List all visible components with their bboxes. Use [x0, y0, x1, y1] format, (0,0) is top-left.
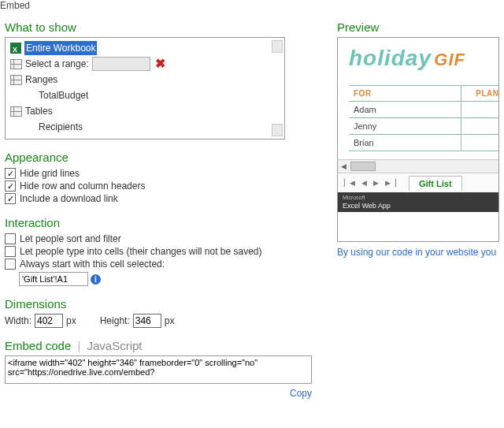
- table-row: Adam 30: [349, 102, 498, 118]
- sheet-nav-last-icon[interactable]: ▶▕: [385, 179, 396, 187]
- preview-table: FOR PLANNED % OF Adam 30 Jenny 30 Brian …: [349, 85, 498, 151]
- dialog-title: Embed: [0, 0, 504, 11]
- checkbox-icon[interactable]: [5, 246, 16, 257]
- tree-range-item[interactable]: TotalBudget: [37, 87, 281, 103]
- sheet-tab-gift-list[interactable]: Gift List: [409, 176, 462, 191]
- section-embed-code: Embed code | JavaScript: [5, 339, 320, 352]
- section-dimensions: Dimensions: [5, 297, 320, 311]
- section-appearance: Appearance: [5, 151, 320, 164]
- tree-table-item[interactable]: Recipients: [37, 119, 281, 135]
- checkbox-icon[interactable]: [5, 259, 16, 270]
- scrollbar-thumb[interactable]: [272, 124, 283, 136]
- tree-label: Tables: [25, 104, 53, 118]
- ranges-icon: [10, 75, 22, 85]
- tree-label: Gifts: [39, 136, 58, 140]
- info-icon[interactable]: i: [91, 274, 101, 285]
- scrollbar-thumb[interactable]: [272, 40, 283, 53]
- unit-label: px: [66, 315, 76, 326]
- unit-label: px: [165, 315, 175, 326]
- checkbox-hide-headers[interactable]: Hide row and column headers: [5, 180, 320, 192]
- tree-label: TotalBudget: [39, 88, 88, 102]
- checkbox-start-cell[interactable]: Always start with this cell selected:: [5, 258, 320, 270]
- clear-range-icon[interactable]: ✖: [155, 58, 165, 69]
- checkbox-hide-grid[interactable]: Hide grid lines: [5, 167, 320, 180]
- checkbox-download-link[interactable]: Include a download link: [5, 192, 320, 205]
- preview-brand-bar: Microsoft Excel Web App: [338, 192, 498, 212]
- checkbox-icon[interactable]: [5, 233, 16, 244]
- tree-label: Entire Workbook: [24, 41, 97, 55]
- checkbox-icon[interactable]: [5, 193, 16, 204]
- col-header-for: FOR: [349, 86, 461, 101]
- scroll-thumb[interactable]: [350, 162, 376, 171]
- tree-tables-group[interactable]: Tables: [9, 103, 281, 119]
- preview-title: holiday GIF: [349, 46, 498, 71]
- col-header-planned: PLANNED % OF: [461, 86, 498, 101]
- section-interaction: Interaction: [5, 216, 320, 229]
- tree-label: Ranges: [25, 73, 57, 87]
- what-to-show-tree[interactable]: Entire Workbook Select a range: ✖ Ranges…: [5, 37, 285, 140]
- brand-app: Excel Web App: [343, 202, 494, 210]
- checkbox-label: Include a download link: [20, 193, 118, 204]
- table-row: Brian 20: [349, 135, 498, 151]
- checkbox-label: Let people type into cells (their change…: [20, 246, 262, 257]
- checkbox-icon[interactable]: [5, 181, 16, 192]
- checkbox-label: Let people sort and filter: [20, 233, 121, 244]
- checkbox-label: Always start with this cell selected:: [20, 259, 165, 270]
- tree-select-range[interactable]: Select a range: ✖: [9, 56, 281, 72]
- section-preview: Preview: [337, 20, 499, 34]
- checkbox-icon[interactable]: [5, 168, 16, 179]
- embed-code-textarea[interactable]: <iframe width="402" height="346" framebo…: [5, 355, 312, 384]
- tab-javascript[interactable]: JavaScript: [87, 339, 142, 352]
- right-panel: Preview holiday GIF FOR PLANNED % OF Ada…: [337, 20, 499, 399]
- width-label: Width:: [5, 315, 32, 326]
- sheet-nav-first-icon[interactable]: ▏◀: [344, 179, 355, 187]
- preview-disclaimer[interactable]: By using our code in your website you ag…: [337, 247, 499, 258]
- checkbox-label: Hide row and column headers: [20, 181, 145, 192]
- preview-hscrollbar[interactable]: ◀: [338, 159, 498, 173]
- sheet-nav-next-icon[interactable]: ▶: [373, 179, 379, 187]
- left-panel: What to show Entire Workbook Select a ra…: [5, 20, 320, 399]
- excel-icon: [10, 43, 21, 54]
- tab-embed-code[interactable]: Embed code: [5, 339, 71, 352]
- preview-frame: holiday GIF FOR PLANNED % OF Adam 30 Jen…: [337, 37, 499, 242]
- range-input[interactable]: [92, 57, 150, 71]
- table-row: Jenny 30: [349, 118, 498, 135]
- height-label: Height:: [100, 315, 130, 326]
- preview-title-sub: GIF: [434, 50, 465, 69]
- tree-ranges-group[interactable]: Ranges: [9, 72, 281, 87]
- sheet-nav-prev-icon[interactable]: ◀: [361, 179, 367, 187]
- preview-title-main: holiday: [349, 46, 432, 70]
- copy-link[interactable]: Copy: [5, 388, 312, 399]
- checkbox-sort-filter[interactable]: Let people sort and filter: [5, 233, 320, 245]
- start-cell-input[interactable]: [19, 272, 88, 286]
- section-what-to-show: What to show: [5, 20, 320, 34]
- tables-icon: [10, 106, 22, 117]
- tree-entire-workbook[interactable]: Entire Workbook: [9, 40, 281, 56]
- scroll-left-icon[interactable]: ◀: [338, 162, 349, 170]
- tree-label: Recipients: [39, 120, 83, 134]
- tree-table-item[interactable]: Gifts: [37, 135, 281, 140]
- range-icon: [10, 59, 22, 69]
- checkbox-label: Hide grid lines: [20, 168, 80, 179]
- checkbox-type-cells[interactable]: Let people type into cells (their change…: [5, 245, 320, 258]
- preview-sheet-tabs: ▏◀ ◀ ▶ ▶▕ Gift List: [338, 173, 498, 192]
- height-input[interactable]: [133, 314, 161, 328]
- width-input[interactable]: [35, 314, 63, 328]
- brand-ms: Microsoft: [343, 194, 494, 202]
- tree-label: Select a range:: [25, 57, 89, 71]
